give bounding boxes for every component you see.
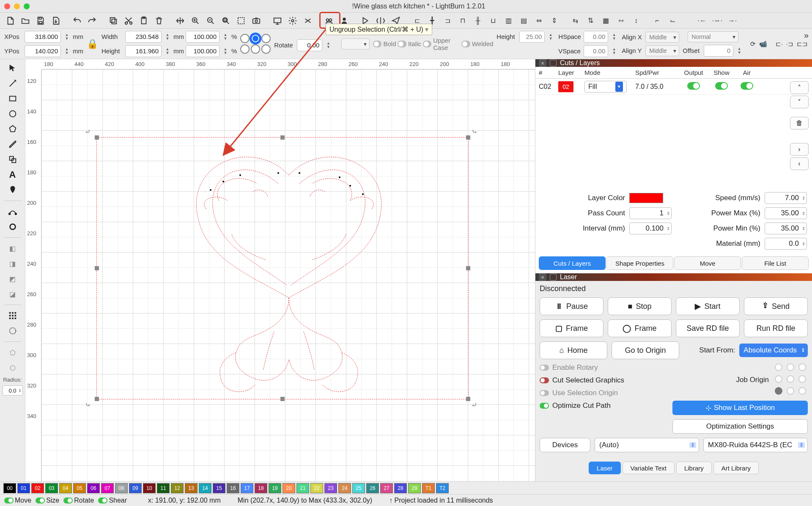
width-pct-field[interactable]: 100.000 xyxy=(186,31,219,43)
rotate-handle[interactable]: ⤿ xyxy=(472,127,480,136)
palette-swatch[interactable]: 17 xyxy=(241,483,253,493)
run-rd-button[interactable]: Run RD file xyxy=(744,319,808,337)
radius-field[interactable]: 0.0 xyxy=(3,385,23,396)
text-height-stepper[interactable]: ▲▼ xyxy=(546,31,555,43)
cuts-pin-icon[interactable] xyxy=(550,60,557,66)
copy-icon[interactable] xyxy=(107,14,120,28)
text-tool-icon[interactable]: A xyxy=(5,168,20,181)
palette-swatch[interactable]: 05 xyxy=(73,483,86,493)
layer-color-swatch[interactable] xyxy=(629,193,663,203)
align-top-icon[interactable]: ⊓ xyxy=(456,14,469,28)
tab-library[interactable]: Library xyxy=(676,462,712,474)
rotate-mode-toggle[interactable] xyxy=(63,498,73,503)
frame-hull-button[interactable]: ◯Frame xyxy=(608,319,672,337)
pass-field[interactable]: 1 xyxy=(629,207,672,219)
layer-down-button[interactable]: ˅ xyxy=(790,96,809,108)
settings-icon[interactable] xyxy=(286,14,299,28)
enable-rotary-toggle[interactable] xyxy=(540,365,549,371)
tab-move[interactable]: Move xyxy=(674,256,741,270)
height-stepper[interactable]: ▲▼ xyxy=(163,45,172,57)
move-mode-toggle[interactable] xyxy=(4,498,14,503)
resize-handle[interactable] xyxy=(95,135,99,140)
import-icon[interactable] xyxy=(49,14,63,28)
palette-swatch[interactable]: 04 xyxy=(59,483,72,493)
font-select[interactable] xyxy=(341,38,370,50)
pause-button[interactable]: ⏸Pause xyxy=(540,297,604,315)
pmax-field[interactable]: 35.00 xyxy=(765,207,807,219)
vspace-field[interactable]: 0.00 xyxy=(584,45,608,57)
cut-selected-toggle[interactable] xyxy=(540,377,549,383)
home-button[interactable]: ⌂Home xyxy=(540,341,607,359)
hspace-field[interactable]: 0.00 xyxy=(584,31,608,43)
device-settings-icon[interactable] xyxy=(301,14,315,28)
save-rd-button[interactable]: Save RD file xyxy=(676,319,740,337)
rotate-handle[interactable]: ⤾ xyxy=(85,127,93,136)
redo-icon[interactable] xyxy=(85,14,99,28)
nudge-left-icon[interactable]: ·← xyxy=(695,14,709,28)
reference-point-grid[interactable] xyxy=(240,34,271,54)
resize-handle[interactable] xyxy=(466,266,470,270)
material-field[interactable]: 0.0 xyxy=(765,238,807,250)
tab-laser[interactable]: Laser xyxy=(589,462,621,474)
align-to-target2-icon[interactable]: ·⊐ xyxy=(786,37,793,51)
boolean-union-icon[interactable]: ◧ xyxy=(5,242,20,255)
air-toggle[interactable] xyxy=(741,82,753,90)
palette-swatch[interactable]: 02 xyxy=(31,483,44,493)
cut-icon[interactable] xyxy=(122,14,135,28)
lock-aspect-icon[interactable]: 🔒 xyxy=(87,33,98,55)
camera-icon[interactable] xyxy=(250,14,263,28)
tab-shape-properties[interactable]: Shape Properties xyxy=(606,256,673,270)
speed-field[interactable]: 7.00 xyxy=(765,192,807,204)
resize-handle[interactable] xyxy=(95,266,99,270)
palette-swatch[interactable]: 20 xyxy=(283,483,295,493)
frame-rect-button[interactable]: ▢Frame xyxy=(540,319,604,337)
palette-swatch[interactable]: 12 xyxy=(171,483,184,493)
rotate-handle[interactable]: ⤿ xyxy=(85,401,93,409)
alignx-select[interactable]: Middle xyxy=(645,32,679,43)
layer-up-button[interactable]: ˄ xyxy=(790,81,809,94)
palette-swatch[interactable]: 21 xyxy=(296,483,309,493)
edit-nodes-tool-icon[interactable] xyxy=(5,205,20,218)
width-stepper[interactable]: ▲▼ xyxy=(163,31,172,43)
polygon-tool-icon[interactable] xyxy=(5,123,20,135)
tab-file-list[interactable]: File List xyxy=(742,256,809,270)
refresh-camera-icon[interactable]: ⟳ xyxy=(750,37,756,51)
rectangle-tool-icon[interactable] xyxy=(5,92,20,105)
startfrom-select[interactable]: Absolute Coords xyxy=(739,344,808,357)
offset-field[interactable]: 0 xyxy=(704,45,733,57)
boolean-xor-icon[interactable]: ◪ xyxy=(5,288,20,300)
rotate-stepper[interactable]: ▲▼ xyxy=(324,39,332,51)
pan-icon[interactable] xyxy=(173,14,187,28)
vspace-stepper[interactable]: ▲▼ xyxy=(610,45,618,57)
palette-swatch[interactable]: 06 xyxy=(87,483,100,493)
marker-tool-icon[interactable] xyxy=(5,184,20,196)
path-tool-icon[interactable] xyxy=(5,138,20,151)
xpos-stepper[interactable]: ▲▼ xyxy=(63,31,71,43)
overflow-icon[interactable]: » xyxy=(804,30,809,40)
ypos-field[interactable]: 140.020 xyxy=(25,45,61,57)
make-same-height-icon[interactable]: ⇕ xyxy=(547,14,561,28)
resize-handle[interactable] xyxy=(466,397,470,401)
ring-tool-icon[interactable] xyxy=(5,220,20,233)
delete-icon[interactable] xyxy=(152,14,166,28)
resize-handle[interactable] xyxy=(280,135,285,140)
rotate-handle[interactable]: ⤾ xyxy=(472,401,480,409)
zoom-frame-icon[interactable] xyxy=(219,14,233,28)
rotate-field[interactable]: 0.00 xyxy=(297,39,322,51)
uppercase-toggle[interactable] xyxy=(423,41,431,47)
palette-swatch[interactable]: 01 xyxy=(17,483,30,493)
zoom-out-icon[interactable] xyxy=(204,14,217,28)
tab-variable-text[interactable]: Variable Text xyxy=(623,462,675,474)
use-sel-origin-toggle[interactable] xyxy=(540,390,549,396)
move-origin-icon[interactable]: ⌐ xyxy=(650,14,664,28)
aligny-select[interactable]: Middle xyxy=(645,45,679,56)
xpos-field[interactable]: 318.000 xyxy=(25,31,61,43)
bold-toggle[interactable] xyxy=(373,41,381,47)
layer-left-button[interactable]: ‹ xyxy=(790,157,809,170)
welded-toggle[interactable] xyxy=(461,41,470,47)
align-middle-v-icon[interactable]: ╫ xyxy=(471,14,485,28)
palette-swatch[interactable]: 03 xyxy=(45,483,58,493)
palette-swatch[interactable]: T2 xyxy=(436,483,449,493)
arrange-h-icon[interactable]: ⇆ xyxy=(568,14,582,28)
undo-icon[interactable] xyxy=(70,14,84,28)
